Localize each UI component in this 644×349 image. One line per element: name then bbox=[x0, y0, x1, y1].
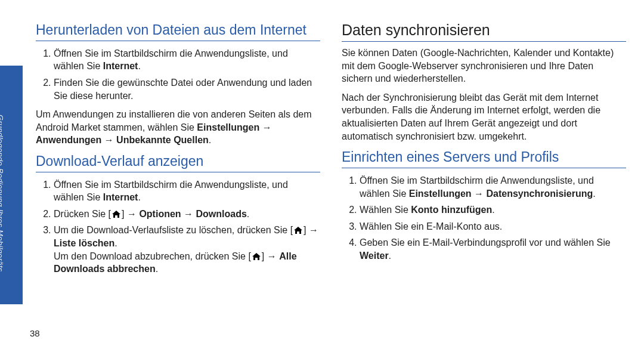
text: Um den Download abzubrechen, drücken Sie… bbox=[54, 251, 251, 261]
list-item: Öffnen Sie im Startbildschirm die Anwend… bbox=[360, 174, 626, 200]
setup-server-steps: Öffnen Sie im Startbildschirm die Anwend… bbox=[342, 174, 626, 262]
text-strong: Weiter bbox=[360, 251, 389, 261]
text: . bbox=[156, 264, 158, 274]
list-item: Öffnen Sie im Startbildschirm die Anwend… bbox=[54, 47, 320, 73]
sidebar-label: Grundlegende Bedienung Ihres Mobilgeräts bbox=[0, 115, 5, 305]
text: Drücken Sie [ bbox=[54, 209, 111, 219]
text: Um die Download-Verlaufsliste zu löschen… bbox=[54, 225, 293, 235]
text: → bbox=[472, 189, 487, 199]
text: Wählen Sie bbox=[360, 205, 411, 215]
text: Finden Sie die gewünschte Datei oder Anw… bbox=[54, 78, 312, 101]
text: Öffnen Sie im Startbildschirm die Anwend… bbox=[54, 48, 288, 72]
list-item: Wählen Sie Konto hinzufügen. bbox=[360, 203, 626, 217]
text: Wählen Sie ein E-Mail-Konto aus. bbox=[360, 221, 502, 231]
text: . bbox=[114, 238, 117, 248]
sync-intro-1: Sie können Daten (Google-Nachrichten, Ka… bbox=[342, 47, 626, 85]
text-strong: Downloads bbox=[196, 209, 247, 219]
text: Öffnen Sie im Startbildschirm die Anwend… bbox=[54, 180, 288, 203]
sync-intro-2: Nach der Synchronisierung bleibt das Ger… bbox=[342, 91, 626, 143]
page-content: Herunterladen von Dateien aus dem Intern… bbox=[0, 0, 644, 294]
text: ] → bbox=[122, 209, 139, 219]
text: . bbox=[389, 251, 391, 261]
home-icon bbox=[293, 226, 303, 234]
text: . bbox=[138, 192, 140, 202]
heading-download-files: Herunterladen von Dateien aus dem Intern… bbox=[36, 21, 320, 41]
text-strong: Optionen bbox=[139, 209, 181, 219]
text: → bbox=[259, 122, 271, 132]
list-item: Drücken Sie [] → Optionen → Downloads. bbox=[54, 208, 320, 221]
text: Geben Sie ein E-Mail-Verbindungsprofil v… bbox=[360, 237, 611, 248]
text-strong: Internet bbox=[103, 61, 138, 71]
download-files-steps: Öffnen Sie im Startbildschirm die Anwend… bbox=[36, 47, 320, 102]
text-strong: Einstellungen bbox=[409, 189, 472, 199]
heading-download-history: Download-Verlauf anzeigen bbox=[36, 153, 320, 172]
install-note: Um Anwendungen zu installieren die von a… bbox=[36, 108, 320, 147]
text: ] → bbox=[304, 225, 318, 235]
text-strong: Liste löschen bbox=[54, 238, 114, 248]
list-item: Öffnen Sie im Startbildschirm die Anwend… bbox=[54, 178, 320, 204]
page-number: 38 bbox=[30, 328, 40, 338]
text: → bbox=[181, 209, 196, 219]
list-item: Wählen Sie ein E-Mail-Konto aus. bbox=[360, 220, 626, 233]
right-column: Daten synchronisieren Sie können Daten (… bbox=[342, 18, 626, 282]
home-icon bbox=[252, 252, 261, 261]
list-item: Um die Download-Verlaufsliste zu löschen… bbox=[54, 224, 320, 275]
text-strong: Anwendungen bbox=[36, 135, 101, 145]
text: ] → bbox=[262, 251, 279, 261]
text: → bbox=[101, 135, 116, 145]
list-item: Geben Sie ein E-Mail-Verbindungsprofil v… bbox=[360, 236, 626, 262]
text-strong: Konto hinzufügen bbox=[411, 205, 492, 215]
text: . bbox=[209, 135, 211, 145]
list-item: Finden Sie die gewünschte Datei oder Anw… bbox=[54, 76, 320, 102]
left-column: Herunterladen von Dateien aus dem Intern… bbox=[36, 18, 320, 282]
text-strong: Einstellungen bbox=[197, 122, 259, 132]
home-icon bbox=[112, 210, 121, 218]
download-history-steps: Öffnen Sie im Startbildschirm die Anwend… bbox=[36, 178, 320, 276]
text: . bbox=[593, 189, 595, 199]
text-strong: Internet bbox=[103, 192, 138, 202]
text-strong: Datensynchronisierung bbox=[487, 189, 593, 199]
text-strong: Unbekannte Quellen bbox=[116, 135, 209, 145]
text: . bbox=[138, 61, 140, 71]
sidebar-tab: Grundlegende Bedienung Ihres Mobilgeräts bbox=[0, 66, 23, 304]
text: . bbox=[492, 205, 494, 215]
text: . bbox=[247, 209, 249, 219]
heading-setup-server: Einrichten eines Servers und Profils bbox=[342, 149, 626, 168]
heading-sync-data: Daten synchronisieren bbox=[342, 21, 626, 42]
